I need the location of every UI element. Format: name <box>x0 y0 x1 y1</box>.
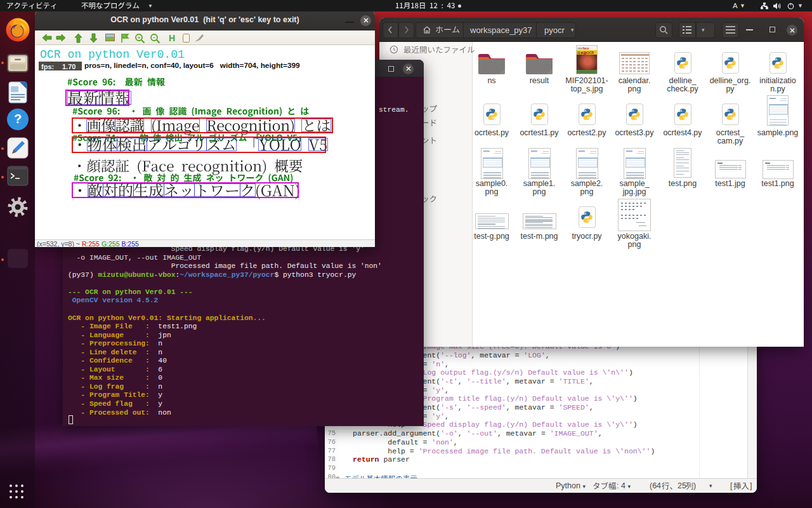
svg-text:−: − <box>153 35 156 41</box>
svg-text:+: + <box>138 35 141 41</box>
